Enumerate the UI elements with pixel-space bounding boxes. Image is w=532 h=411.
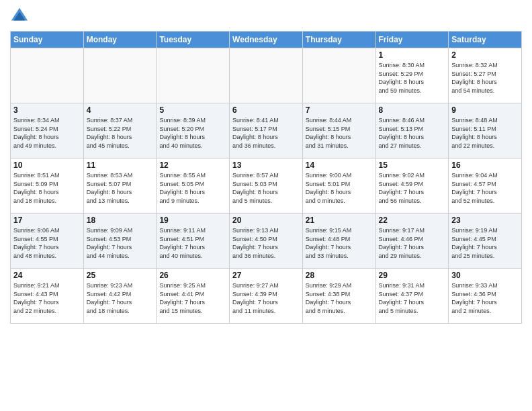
day-info: Sunrise: 9:25 AM Sunset: 4:41 PM Dayligh… xyxy=(159,281,226,315)
day-cell: 9Sunrise: 8:48 AM Sunset: 5:11 PM Daylig… xyxy=(449,103,522,158)
day-info: Sunrise: 8:32 AM Sunset: 5:27 PM Dayligh… xyxy=(451,61,519,95)
day-number: 3 xyxy=(13,105,81,115)
day-number: 27 xyxy=(232,271,300,280)
day-info: Sunrise: 9:19 AM Sunset: 4:45 PM Dayligh… xyxy=(451,226,519,260)
day-info: Sunrise: 9:17 AM Sunset: 4:46 PM Dayligh… xyxy=(379,226,446,260)
weekday-wednesday: Wednesday xyxy=(230,32,303,48)
weekday-sunday: Sunday xyxy=(11,32,84,48)
day-number: 11 xyxy=(87,161,154,170)
day-info: Sunrise: 8:39 AM Sunset: 5:20 PM Dayligh… xyxy=(159,116,226,150)
day-number: 23 xyxy=(451,216,519,225)
day-number: 13 xyxy=(232,161,300,170)
day-cell xyxy=(302,48,375,103)
day-info: Sunrise: 8:53 AM Sunset: 5:07 PM Dayligh… xyxy=(87,171,154,205)
day-cell: 15Sunrise: 9:02 AM Sunset: 4:59 PM Dayli… xyxy=(375,158,449,214)
day-cell: 19Sunrise: 9:11 AM Sunset: 4:51 PM Dayli… xyxy=(157,214,230,269)
day-number: 9 xyxy=(451,105,519,115)
day-cell xyxy=(83,48,157,103)
day-info: Sunrise: 8:48 AM Sunset: 5:11 PM Dayligh… xyxy=(451,116,519,150)
day-cell: 16Sunrise: 9:04 AM Sunset: 4:57 PM Dayli… xyxy=(449,158,522,214)
day-number: 7 xyxy=(306,105,373,115)
day-cell: 17Sunrise: 9:06 AM Sunset: 4:55 PM Dayli… xyxy=(11,214,84,269)
day-cell: 21Sunrise: 9:15 AM Sunset: 4:48 PM Dayli… xyxy=(302,214,375,269)
logo-icon xyxy=(10,7,29,26)
day-info: Sunrise: 9:13 AM Sunset: 4:50 PM Dayligh… xyxy=(232,226,300,260)
weekday-header-row: SundayMondayTuesdayWednesdayThursdayFrid… xyxy=(11,32,522,48)
logo xyxy=(10,7,32,26)
day-cell: 5Sunrise: 8:39 AM Sunset: 5:20 PM Daylig… xyxy=(157,103,230,158)
weekday-tuesday: Tuesday xyxy=(157,32,230,48)
day-cell: 28Sunrise: 9:29 AM Sunset: 4:38 PM Dayli… xyxy=(302,269,375,324)
day-info: Sunrise: 8:44 AM Sunset: 5:15 PM Dayligh… xyxy=(306,116,373,150)
calendar: SundayMondayTuesdayWednesdayThursdayFrid… xyxy=(10,31,522,324)
weekday-friday: Friday xyxy=(375,32,449,48)
day-info: Sunrise: 9:23 AM Sunset: 4:42 PM Dayligh… xyxy=(87,281,154,315)
day-cell: 12Sunrise: 8:55 AM Sunset: 5:05 PM Dayli… xyxy=(157,158,230,214)
day-info: Sunrise: 9:11 AM Sunset: 4:51 PM Dayligh… xyxy=(159,226,226,260)
day-info: Sunrise: 8:30 AM Sunset: 5:29 PM Dayligh… xyxy=(379,61,446,95)
day-number: 16 xyxy=(451,161,519,170)
day-info: Sunrise: 8:37 AM Sunset: 5:22 PM Dayligh… xyxy=(87,116,154,150)
day-number: 25 xyxy=(87,271,154,280)
week-row-2: 10Sunrise: 8:51 AM Sunset: 5:09 PM Dayli… xyxy=(11,158,522,214)
week-row-0: 1Sunrise: 8:30 AM Sunset: 5:29 PM Daylig… xyxy=(11,48,522,103)
day-cell: 18Sunrise: 9:09 AM Sunset: 4:53 PM Dayli… xyxy=(83,214,157,269)
weekday-saturday: Saturday xyxy=(449,32,522,48)
day-info: Sunrise: 8:57 AM Sunset: 5:03 PM Dayligh… xyxy=(232,171,300,205)
day-cell: 27Sunrise: 9:27 AM Sunset: 4:39 PM Dayli… xyxy=(230,269,303,324)
header xyxy=(10,7,522,26)
day-number: 22 xyxy=(379,216,446,225)
day-info: Sunrise: 9:29 AM Sunset: 4:38 PM Dayligh… xyxy=(306,281,373,315)
day-number: 14 xyxy=(306,161,373,170)
day-cell: 20Sunrise: 9:13 AM Sunset: 4:50 PM Dayli… xyxy=(230,214,303,269)
day-cell: 3Sunrise: 8:34 AM Sunset: 5:24 PM Daylig… xyxy=(11,103,84,158)
day-info: Sunrise: 9:04 AM Sunset: 4:57 PM Dayligh… xyxy=(451,171,519,205)
day-number: 1 xyxy=(379,50,446,60)
day-number: 10 xyxy=(13,161,81,170)
day-cell xyxy=(11,48,84,103)
day-info: Sunrise: 9:06 AM Sunset: 4:55 PM Dayligh… xyxy=(13,226,81,260)
day-cell xyxy=(157,48,230,103)
week-row-4: 24Sunrise: 9:21 AM Sunset: 4:43 PM Dayli… xyxy=(11,269,522,324)
day-number: 21 xyxy=(306,216,373,225)
day-info: Sunrise: 9:00 AM Sunset: 5:01 PM Dayligh… xyxy=(306,171,373,205)
day-number: 4 xyxy=(87,105,154,115)
day-cell: 23Sunrise: 9:19 AM Sunset: 4:45 PM Dayli… xyxy=(449,214,522,269)
day-info: Sunrise: 8:34 AM Sunset: 5:24 PM Dayligh… xyxy=(13,116,81,150)
day-cell: 2Sunrise: 8:32 AM Sunset: 5:27 PM Daylig… xyxy=(449,48,522,103)
day-cell: 7Sunrise: 8:44 AM Sunset: 5:15 PM Daylig… xyxy=(302,103,375,158)
day-number: 20 xyxy=(232,216,300,225)
week-row-3: 17Sunrise: 9:06 AM Sunset: 4:55 PM Dayli… xyxy=(11,214,522,269)
day-cell: 29Sunrise: 9:31 AM Sunset: 4:37 PM Dayli… xyxy=(375,269,449,324)
day-cell: 30Sunrise: 9:33 AM Sunset: 4:36 PM Dayli… xyxy=(449,269,522,324)
day-number: 5 xyxy=(159,105,226,115)
day-number: 24 xyxy=(13,271,81,280)
day-cell: 6Sunrise: 8:41 AM Sunset: 5:17 PM Daylig… xyxy=(230,103,303,158)
day-number: 6 xyxy=(232,105,300,115)
day-cell: 8Sunrise: 8:46 AM Sunset: 5:13 PM Daylig… xyxy=(375,103,449,158)
day-cell: 13Sunrise: 8:57 AM Sunset: 5:03 PM Dayli… xyxy=(230,158,303,214)
day-number: 30 xyxy=(451,271,519,280)
day-cell: 26Sunrise: 9:25 AM Sunset: 4:41 PM Dayli… xyxy=(157,269,230,324)
day-number: 19 xyxy=(159,216,226,225)
day-cell: 1Sunrise: 8:30 AM Sunset: 5:29 PM Daylig… xyxy=(375,48,449,103)
weekday-thursday: Thursday xyxy=(302,32,375,48)
day-number: 18 xyxy=(87,216,154,225)
day-info: Sunrise: 8:51 AM Sunset: 5:09 PM Dayligh… xyxy=(13,171,81,205)
day-number: 12 xyxy=(159,161,226,170)
weekday-monday: Monday xyxy=(83,32,157,48)
day-number: 15 xyxy=(379,161,446,170)
day-cell: 11Sunrise: 8:53 AM Sunset: 5:07 PM Dayli… xyxy=(83,158,157,214)
day-cell: 14Sunrise: 9:00 AM Sunset: 5:01 PM Dayli… xyxy=(302,158,375,214)
day-number: 26 xyxy=(159,271,226,280)
day-info: Sunrise: 8:55 AM Sunset: 5:05 PM Dayligh… xyxy=(159,171,226,205)
day-info: Sunrise: 9:15 AM Sunset: 4:48 PM Dayligh… xyxy=(306,226,373,260)
day-info: Sunrise: 9:31 AM Sunset: 4:37 PM Dayligh… xyxy=(379,281,446,315)
day-cell xyxy=(230,48,303,103)
day-info: Sunrise: 9:02 AM Sunset: 4:59 PM Dayligh… xyxy=(379,171,446,205)
day-cell: 10Sunrise: 8:51 AM Sunset: 5:09 PM Dayli… xyxy=(11,158,84,214)
day-info: Sunrise: 9:09 AM Sunset: 4:53 PM Dayligh… xyxy=(87,226,154,260)
day-info: Sunrise: 8:41 AM Sunset: 5:17 PM Dayligh… xyxy=(232,116,300,150)
day-cell: 25Sunrise: 9:23 AM Sunset: 4:42 PM Dayli… xyxy=(83,269,157,324)
day-cell: 4Sunrise: 8:37 AM Sunset: 5:22 PM Daylig… xyxy=(83,103,157,158)
